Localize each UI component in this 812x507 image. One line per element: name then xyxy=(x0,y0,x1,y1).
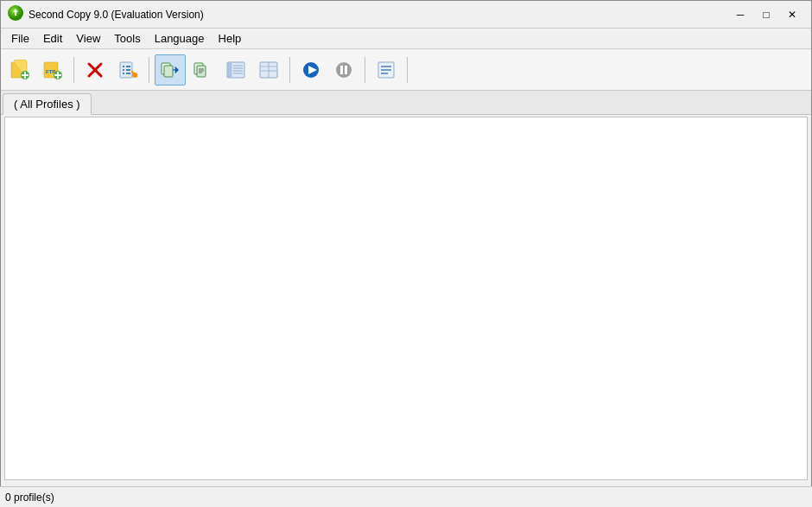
svg-point-19 xyxy=(132,73,137,78)
list-button[interactable] xyxy=(253,54,284,86)
menu-help[interactable]: Help xyxy=(212,30,249,47)
svg-rect-17 xyxy=(126,69,130,71)
status-bar: 0 profile(s) xyxy=(0,486,812,507)
svg-rect-40 xyxy=(340,66,343,74)
menu-view[interactable]: View xyxy=(69,30,107,47)
copy-now-button[interactable] xyxy=(155,54,186,86)
svg-rect-13 xyxy=(123,66,124,67)
menu-bar: File Edit View Tools Language Help xyxy=(1,29,811,49)
svg-rect-14 xyxy=(123,69,124,71)
ftp-icon: FTP xyxy=(42,60,63,80)
log-icon xyxy=(376,60,396,80)
separator-4 xyxy=(365,57,365,83)
new-profile-icon xyxy=(10,60,30,80)
minimize-button[interactable]: ─ xyxy=(728,5,752,24)
properties-button[interactable] xyxy=(112,54,143,86)
svg-rect-18 xyxy=(126,73,130,74)
separator-2 xyxy=(149,57,149,83)
maximize-button[interactable]: □ xyxy=(754,5,778,24)
all-profiles-tab[interactable]: ( All Profiles ) xyxy=(3,93,92,115)
separator-3 xyxy=(289,57,290,83)
properties-icon xyxy=(117,60,138,80)
toolbar: FTP xyxy=(1,49,811,91)
svg-rect-28 xyxy=(228,63,232,77)
delete-icon xyxy=(85,60,105,80)
separator-5 xyxy=(407,57,408,83)
profile-count: 0 profile(s) xyxy=(5,491,54,504)
window-controls: ─ □ ✕ xyxy=(728,5,804,24)
log-button[interactable] xyxy=(371,54,402,86)
window-title: Second Copy 9.0 (Evaluation Version) xyxy=(29,9,728,21)
delete-button[interactable] xyxy=(79,54,111,86)
menu-file[interactable]: File xyxy=(4,30,36,47)
details-icon xyxy=(225,60,246,80)
details-button[interactable] xyxy=(220,54,251,86)
schedule-icon xyxy=(193,60,213,80)
copy-now-icon xyxy=(160,60,181,80)
pause-button[interactable] xyxy=(328,54,359,86)
main-content-area xyxy=(4,117,808,480)
schedule-button[interactable] xyxy=(187,54,219,86)
tab-bar: ( All Profiles ) xyxy=(1,91,811,115)
menu-language[interactable]: Language xyxy=(148,30,212,47)
svg-point-39 xyxy=(336,62,352,78)
separator-1 xyxy=(73,57,74,83)
title-bar: Second Copy 9.0 (Evaluation Version) ─ □… xyxy=(1,1,811,29)
run-button[interactable] xyxy=(295,54,327,86)
svg-rect-16 xyxy=(126,66,130,67)
app-icon xyxy=(8,5,23,23)
content-wrapper xyxy=(1,115,811,482)
menu-tools[interactable]: Tools xyxy=(107,30,147,47)
svg-rect-21 xyxy=(164,66,173,77)
menu-edit[interactable]: Edit xyxy=(36,30,69,47)
list-icon xyxy=(258,60,279,80)
ftp-profile-button[interactable]: FTP xyxy=(37,54,68,86)
run-icon xyxy=(301,60,321,80)
svg-rect-15 xyxy=(123,73,124,74)
new-profile-button[interactable] xyxy=(4,54,35,86)
svg-rect-41 xyxy=(345,66,347,74)
pause-icon xyxy=(333,60,354,80)
close-button[interactable]: ✕ xyxy=(780,5,804,24)
